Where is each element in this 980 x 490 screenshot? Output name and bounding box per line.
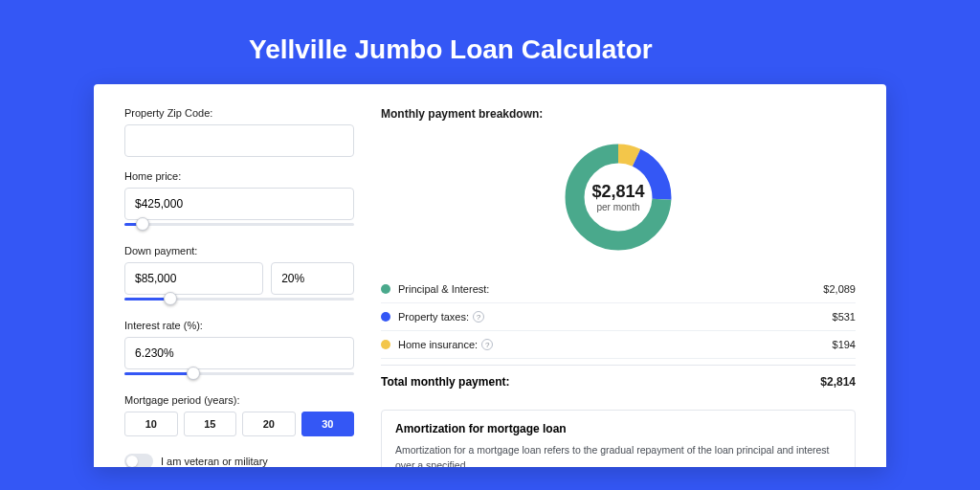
home-price-label: Home price:: [124, 170, 354, 182]
down-payment-slider-thumb[interactable]: [164, 292, 177, 305]
veteran-toggle[interactable]: [124, 454, 153, 467]
veteran-label: I am veteran or military: [161, 456, 268, 467]
down-payment-pct-input[interactable]: [271, 262, 354, 295]
donut-chart: $2,814 per month: [561, 140, 676, 255]
down-payment-slider[interactable]: [124, 293, 354, 306]
breakdown-title: Monthly payment breakdown:: [381, 107, 856, 121]
period-btn-15[interactable]: 15: [184, 412, 237, 436]
donut-center: $2,814 per month: [561, 140, 676, 255]
legend-total-label: Total monthly payment:: [381, 375, 509, 389]
interest-slider[interactable]: [124, 368, 354, 381]
amortization-title: Amortization for mortgage loan: [395, 422, 841, 435]
calculator-card: Property Zip Code: Home price: Down paym…: [94, 84, 886, 467]
home-price-slider-thumb[interactable]: [136, 217, 149, 231]
down-payment-label: Down payment:: [124, 245, 354, 256]
veteran-row: I am veteran or military: [124, 454, 354, 467]
legend-label: Property taxes:: [398, 311, 469, 323]
zip-field: Property Zip Code:: [124, 107, 354, 157]
home-price-slider[interactable]: [124, 218, 354, 232]
legend: Principal & Interest: $2,089 Property ta…: [381, 276, 856, 402]
period-btn-30[interactable]: 30: [301, 412, 355, 436]
amortization-text: Amortization for a mortgage loan refers …: [395, 443, 841, 467]
down-payment-input[interactable]: [124, 262, 263, 295]
donut-value: $2,814: [591, 182, 644, 202]
swatch-icon: [381, 284, 390, 294]
legend-row-taxes: Property taxes: ? $531: [381, 303, 856, 331]
down-payment-field: Down payment:: [124, 245, 354, 306]
legend-amount: $2,089: [823, 283, 856, 295]
legend-amount: $531: [833, 311, 856, 323]
legend-label: Home insurance:: [398, 339, 478, 350]
home-price-input[interactable]: [124, 188, 354, 220]
zip-label: Property Zip Code:: [124, 107, 354, 119]
info-icon[interactable]: ?: [473, 311, 484, 323]
legend-label: Principal & Interest:: [398, 283, 489, 295]
legend-row-insurance: Home insurance: ? $194: [381, 331, 856, 359]
period-btn-20[interactable]: 20: [242, 412, 296, 436]
interest-field: Interest rate (%):: [124, 320, 354, 381]
swatch-icon: [381, 340, 390, 349]
breakdown-panel: Monthly payment breakdown:: [381, 107, 856, 467]
legend-amount: $194: [833, 339, 856, 350]
amortization-box: Amortization for mortgage loan Amortizat…: [381, 410, 856, 467]
page-title: Yellville Jumbo Loan Calculator: [0, 0, 980, 84]
swatch-icon: [381, 312, 390, 322]
donut-wrap: $2,814 per month: [381, 130, 856, 264]
period-label: Mortgage period (years):: [124, 394, 354, 406]
period-field: Mortgage period (years): 10 15 20 30: [124, 394, 354, 436]
period-btn-10[interactable]: 10: [124, 412, 178, 436]
donut-sub: per month: [596, 202, 639, 212]
legend-total-row: Total monthly payment: $2,814: [381, 365, 856, 402]
interest-input[interactable]: [124, 337, 354, 369]
zip-input[interactable]: [124, 124, 354, 157]
legend-row-principal: Principal & Interest: $2,089: [381, 276, 856, 303]
legend-total-amount: $2,814: [820, 375, 856, 389]
home-price-field: Home price:: [124, 170, 354, 232]
interest-slider-thumb[interactable]: [187, 367, 200, 380]
interest-label: Interest rate (%):: [124, 320, 354, 331]
info-icon[interactable]: ?: [481, 339, 493, 350]
form-panel: Property Zip Code: Home price: Down paym…: [124, 107, 354, 467]
